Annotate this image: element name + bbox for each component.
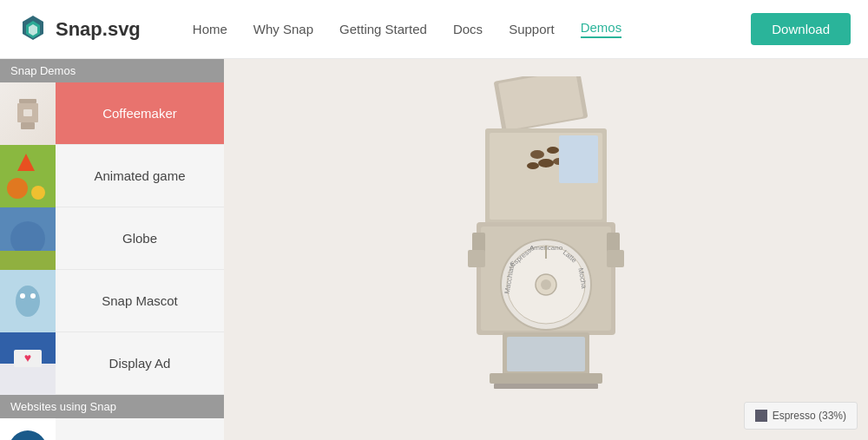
svg-rect-48 bbox=[494, 384, 598, 389]
nav-support[interactable]: Support bbox=[509, 22, 555, 36]
sidebar-item-pbs-kids[interactable]: PBSKIDS PBS KIDS🔗 bbox=[0, 418, 224, 440]
svg-rect-46 bbox=[507, 337, 585, 371]
logo-text: Snap.svg bbox=[56, 18, 141, 41]
sidebar: Snap Demos Coffeemaker bbox=[0, 59, 224, 440]
svg-point-26 bbox=[530, 150, 544, 159]
logo-area[interactable]: Snap.svg bbox=[17, 14, 141, 45]
svg-point-17 bbox=[30, 293, 36, 299]
display-ad-label: Display Ad bbox=[56, 356, 224, 371]
svg-point-8 bbox=[7, 178, 28, 199]
svg-point-9 bbox=[31, 186, 45, 200]
nav-docs[interactable]: Docs bbox=[453, 22, 483, 36]
sidebar-item-globe[interactable]: Globe bbox=[0, 207, 224, 270]
animated-game-thumb bbox=[0, 145, 56, 207]
nav-why-snap[interactable]: Why Snap bbox=[253, 22, 313, 36]
svg-point-29 bbox=[538, 159, 554, 167]
svg-rect-52 bbox=[607, 250, 624, 267]
sidebar-item-coffeemaker[interactable]: Coffeemaker bbox=[0, 82, 224, 145]
svg-point-16 bbox=[20, 293, 25, 299]
svg-point-38 bbox=[541, 279, 551, 290]
demo-content-area: Espresso Americano Latte Mocha Macchiato bbox=[224, 59, 868, 440]
nav-demos[interactable]: Demos bbox=[581, 20, 622, 38]
svg-rect-32 bbox=[559, 135, 598, 183]
pbs-kids-thumb: PBSKIDS bbox=[0, 418, 56, 441]
svg-point-31 bbox=[527, 162, 539, 169]
coffeemaker-thumb bbox=[0, 82, 56, 145]
svg-rect-47 bbox=[490, 373, 602, 384]
nav-getting-started[interactable]: Getting Started bbox=[339, 22, 427, 36]
svg-point-15 bbox=[16, 286, 40, 317]
svg-rect-13 bbox=[0, 251, 56, 270]
svg-rect-6 bbox=[23, 109, 32, 116]
main-nav: Home Why Snap Getting Started Docs Suppo… bbox=[193, 20, 751, 38]
svg-point-27 bbox=[547, 147, 559, 154]
sidebar-item-snap-mascot[interactable]: Snap Mascot bbox=[0, 270, 224, 332]
main-content: Snap Demos Coffeemaker bbox=[0, 59, 868, 440]
svg-rect-7 bbox=[0, 145, 56, 207]
animated-game-label: Animated game bbox=[56, 168, 224, 183]
legend-label: Espresso (33%) bbox=[773, 410, 846, 422]
svg-rect-5 bbox=[21, 122, 35, 129]
svg-rect-51 bbox=[468, 250, 485, 267]
snap-mascot-label: Snap Mascot bbox=[56, 293, 224, 308]
websites-using-snap-header: Websites using Snap bbox=[0, 395, 224, 418]
coffeemaker-label: Coffeemaker bbox=[56, 106, 224, 121]
legend-color-box bbox=[755, 410, 767, 422]
header: Snap.svg Home Why Snap Getting Started D… bbox=[0, 0, 868, 59]
globe-thumb bbox=[0, 207, 56, 270]
svg-rect-23 bbox=[498, 76, 583, 130]
sidebar-item-animated-game[interactable]: Animated game bbox=[0, 145, 224, 207]
nav-home[interactable]: Home bbox=[193, 22, 227, 36]
coffeemaker-illustration: Espresso Americano Latte Mocha Macchiato bbox=[424, 76, 667, 424]
snap-logo-icon bbox=[17, 14, 49, 45]
legend: Espresso (33%) bbox=[744, 402, 858, 430]
snap-demos-header: Snap Demos bbox=[0, 59, 224, 82]
sidebar-item-display-ad[interactable]: ♥ Display Ad bbox=[0, 332, 224, 395]
pbs-logo: PBSKIDS bbox=[9, 430, 47, 441]
display-ad-thumb: ♥ bbox=[0, 332, 56, 395]
globe-label: Globe bbox=[56, 231, 224, 246]
download-button[interactable]: Download bbox=[751, 13, 851, 45]
snap-mascot-thumb bbox=[0, 270, 56, 332]
svg-rect-3 bbox=[19, 99, 36, 103]
svg-text:♥: ♥ bbox=[24, 351, 31, 364]
coffee-machine-svg-area: Espresso Americano Latte Mocha Macchiato bbox=[224, 59, 868, 440]
